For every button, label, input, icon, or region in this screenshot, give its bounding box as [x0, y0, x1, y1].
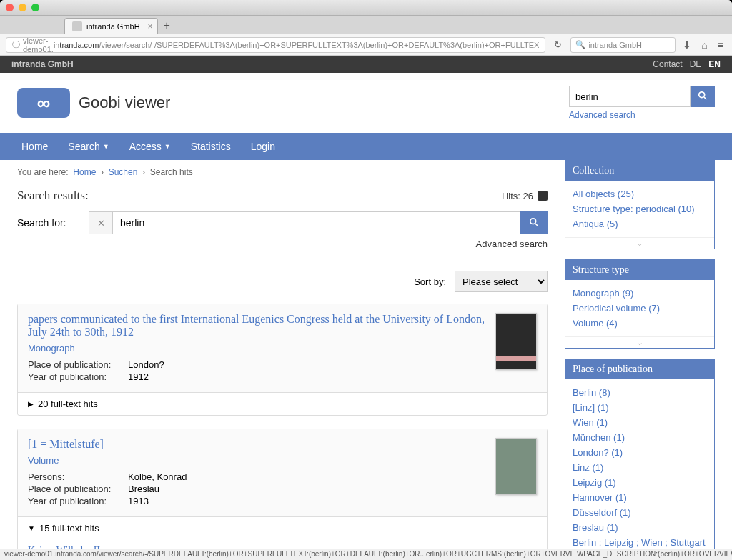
lang-de-link[interactable]: DE	[690, 59, 702, 69]
close-tab-button[interactable]: ×	[148, 21, 153, 31]
svg-line-3	[535, 223, 538, 226]
header-search-button[interactable]	[691, 86, 715, 107]
clear-search-button[interactable]: ✕	[89, 211, 113, 234]
facet-link[interactable]: Periodical volume (7)	[573, 301, 707, 316]
menu-icon[interactable]: ≡	[715, 39, 726, 51]
search-submit-button[interactable]	[520, 211, 548, 234]
site-brand: intranda GmbH	[11, 59, 646, 69]
chevron-down-icon: ▼	[103, 143, 109, 150]
result-title-link[interactable]: [1 = Mittelstufe]	[28, 438, 104, 450]
logo-text: Goobi viewer	[79, 94, 170, 112]
svg-point-0	[699, 91, 705, 97]
svg-line-1	[704, 96, 707, 99]
triangle-down-icon: ▼	[28, 524, 35, 532]
svg-point-2	[530, 218, 536, 224]
breadcrumb-current: Search hits	[150, 167, 193, 177]
search-result: [1 = Mittelstufe] Volume Persons:Kolbe, …	[17, 429, 548, 560]
triangle-right-icon: ▶	[28, 400, 34, 408]
widget-expand-toggle[interactable]: ⌵	[565, 237, 714, 249]
widget-header: Collection	[565, 161, 714, 181]
facet-link[interactable]: [Linz] (1)	[573, 400, 707, 415]
structure-widget: Structure type Monograph (9)Periodical v…	[565, 259, 715, 349]
reload-button[interactable]: ↻	[550, 39, 566, 50]
logo-infinity-icon: ∞	[17, 88, 70, 118]
home-icon[interactable]: ⌂	[698, 39, 710, 51]
fulltext-hits-toggle[interactable]: ▼ 15 full-text hits	[18, 516, 547, 539]
url-input[interactable]: ⓘ viewer-demo01.intranda.com/viewer/sear…	[6, 37, 545, 53]
result-thumbnail[interactable]	[495, 313, 537, 370]
facet-link[interactable]: Volume (4)	[573, 316, 707, 331]
facet-link[interactable]: London? (1)	[573, 445, 707, 460]
nav-access[interactable]: Access ▼	[119, 133, 181, 160]
nav-search[interactable]: Search ▼	[58, 133, 119, 160]
breadcrumb-suchen[interactable]: Suchen	[109, 167, 138, 177]
lang-en-link[interactable]: EN	[708, 59, 721, 69]
breadcrumb-home[interactable]: Home	[73, 167, 96, 177]
download-icon[interactable]: ⬇	[680, 39, 694, 51]
new-tab-button[interactable]: +	[158, 18, 176, 34]
header-search-input[interactable]	[569, 86, 691, 107]
widget-header: Place of publication	[565, 359, 714, 379]
nav-login[interactable]: Login	[241, 133, 285, 160]
favicon-icon	[72, 21, 82, 31]
breadcrumb: You are here: Home › Suchen › Search hit…	[17, 160, 548, 184]
facet-link[interactable]: Linz (1)	[573, 460, 707, 475]
facet-link[interactable]: Antiqua (5)	[573, 216, 707, 231]
facet-link[interactable]: Düsseldorf (1)	[573, 505, 707, 520]
site-topbar: intranda GmbH Contact DE EN	[0, 56, 732, 73]
chevron-down-icon: ▼	[164, 143, 171, 150]
status-bar: viewer-demo01.intranda.com/viewer/search…	[0, 549, 732, 560]
result-title-link[interactable]: papers communicated to the first Interna…	[28, 313, 485, 338]
facet-link[interactable]: Leipzig (1)	[573, 475, 707, 490]
search-icon: 🔍	[575, 40, 585, 49]
facet-link[interactable]: Berlin (8)	[573, 385, 707, 400]
result-type[interactable]: Monograph	[28, 343, 487, 354]
result-thumbnail[interactable]	[495, 438, 537, 495]
browser-tab[interactable]: intranda GmbH ×	[64, 18, 158, 34]
address-bar: ⓘ viewer-demo01.intranda.com/viewer/sear…	[0, 34, 732, 56]
maximize-window-button[interactable]	[31, 4, 39, 11]
sort-by-label: Sort by:	[414, 276, 446, 287]
sort-select[interactable]: Please select	[455, 271, 548, 292]
window-titlebar	[0, 0, 732, 16]
browser-search-input[interactable]: 🔍 intranda GmbH	[570, 37, 676, 53]
search-for-label: Search for:	[17, 217, 89, 229]
widget-expand-toggle[interactable]: ⌵	[565, 336, 714, 348]
collection-widget: Collection All objects (25)Structure typ…	[565, 160, 715, 249]
search-input[interactable]	[113, 211, 520, 234]
nav-statistics[interactable]: Statistics	[181, 133, 241, 160]
facet-link[interactable]: Structure type: periodical (10)	[573, 201, 707, 216]
site-logo[interactable]: ∞ Goobi viewer	[17, 88, 569, 118]
facet-link[interactable]: Breslau (1)	[573, 520, 707, 535]
contact-link[interactable]: Contact	[653, 59, 682, 69]
tab-title: intranda GmbH	[86, 22, 140, 31]
nav-home[interactable]: Home	[11, 133, 58, 160]
facet-link[interactable]: Hannover (1)	[573, 490, 707, 505]
close-window-button[interactable]	[6, 4, 14, 11]
search-result: papers communicated to the first Interna…	[17, 304, 548, 416]
fulltext-hits-toggle[interactable]: ▶ 20 full-text hits	[18, 392, 547, 415]
facet-link[interactable]: München (1)	[573, 430, 707, 445]
facet-link[interactable]: Monograph (9)	[573, 286, 707, 301]
minimize-window-button[interactable]	[19, 4, 26, 11]
page-title: Search results: Hits: 26	[17, 189, 548, 203]
hit-count: Hits: 26	[502, 191, 533, 201]
result-type[interactable]: Volume	[28, 455, 487, 466]
facet-link[interactable]: Wien (1)	[573, 415, 707, 430]
rss-icon[interactable]	[538, 191, 548, 201]
facet-link[interactable]: All objects (25)	[573, 186, 707, 201]
widget-header: Structure type	[565, 260, 714, 280]
main-nav: Home Search ▼ Access ▼ Statistics Login	[0, 133, 732, 160]
browser-tabbar: intranda GmbH × +	[0, 16, 732, 34]
place-widget: Place of publication Berlin (8)[Linz] (1…	[565, 359, 715, 560]
advanced-search-link-2[interactable]: Advanced search	[476, 239, 548, 249]
advanced-search-link[interactable]: Advanced search	[569, 110, 635, 120]
